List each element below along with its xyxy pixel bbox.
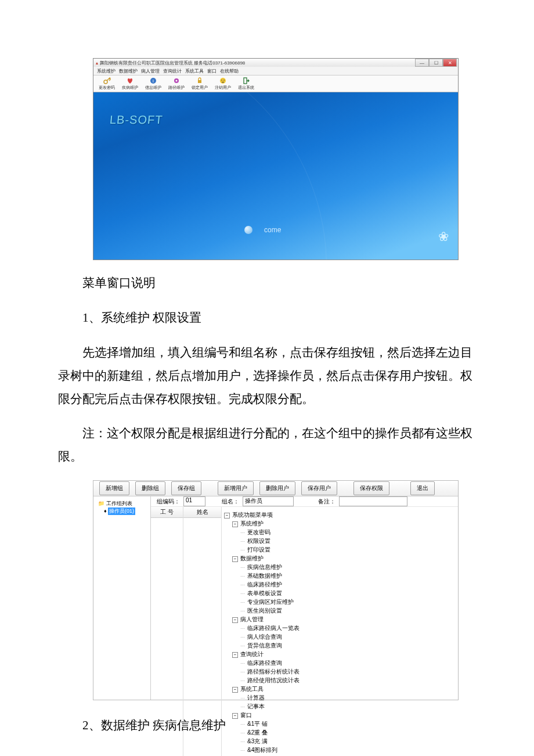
app-screenshot-perm: 新增组 删除组 保存组 新增用户 删除用户 保存用户 保存权限 退出 📁 工作组… — [93, 480, 459, 700]
perm-tree-node[interactable]: &2重 叠 — [224, 728, 456, 737]
heart-icon — [126, 77, 134, 85]
window-minimize-button[interactable]: — — [415, 59, 429, 67]
label-remark: 备注： — [318, 498, 335, 506]
toolbar-info-maint[interactable]: i信息维护 — [143, 77, 163, 91]
tree-item-operator[interactable]: ♦ 操作员(01) — [96, 507, 148, 515]
key-icon — [103, 77, 111, 85]
window-titlebar: ▴ 舞阳钢铁有限责任公司职工医院信息管理系统 服务电话0371-63906898… — [93, 59, 458, 67]
window-close-button[interactable]: ✕ — [443, 59, 457, 67]
menu-item[interactable]: 查询统计 — [163, 68, 182, 74]
perm-tree-node[interactable]: 权限设置 — [224, 537, 456, 545]
group-tree: 📁 工作组列表 ♦ 操作员(01) — [93, 496, 151, 700]
toolbar: 更改密码 疾病维护 i信息维护 路径维护 锁定用户 注销用户 退出系统 — [93, 75, 458, 92]
menubar: 系统维护 数据维护 病人管理 查询统计 系统工具 窗口 在线帮助 — [93, 67, 458, 75]
perm-tree-node[interactable]: 临床路径维护 — [224, 580, 456, 589]
lock-icon — [196, 77, 204, 85]
perm-tree-node[interactable]: 货异信息查询 — [224, 641, 456, 650]
para-note: 注：这个权限分配是根据组进行分配的，在这个组中的操作员都有这些权限。 — [58, 422, 476, 469]
btn-new-group[interactable]: 新增组 — [99, 481, 129, 495]
tree-root[interactable]: 📁 工作组列表 — [96, 500, 148, 507]
menu-item[interactable]: 窗口 — [207, 68, 217, 74]
perm-tree-node[interactable]: 系统工具 — [224, 685, 456, 693]
field-remark[interactable] — [339, 496, 407, 506]
toolbar-lock-user[interactable]: 锁定用户 — [190, 77, 210, 91]
toolbar-logout-user[interactable]: 注销用户 — [213, 77, 233, 91]
btn-save-user[interactable]: 保存用户 — [301, 481, 337, 495]
menu-item[interactable]: 病人管理 — [141, 68, 160, 74]
exit-icon — [242, 77, 250, 85]
svg-point-4 — [176, 80, 178, 82]
app-icon: ▴ — [96, 60, 98, 66]
toolbar-exit[interactable]: 退出系统 — [236, 77, 256, 91]
perm-tree-node[interactable]: 路经使用情况统计表 — [224, 676, 456, 685]
perm-tree-node[interactable]: 病人管理 — [224, 615, 456, 624]
perm-tree-node[interactable]: 窗口 — [224, 711, 456, 719]
smiley-icon — [219, 77, 227, 85]
btn-save-group[interactable]: 保存组 — [171, 481, 201, 495]
perm-tree-node[interactable]: 查询统计 — [224, 650, 456, 658]
logo-text: LB-SOFT — [109, 113, 163, 127]
perm-tree-node[interactable]: 数据维护 — [224, 554, 456, 563]
desktop-area: LB-SOFT come ❀ — [93, 92, 458, 260]
perm-tree-node[interactable]: 医生岗别设置 — [224, 606, 456, 615]
perm-tree-node[interactable]: 临床路径查询 — [224, 658, 456, 667]
label-code: 组编码： — [157, 498, 180, 506]
gear-icon — [172, 77, 181, 85]
btn-del-user[interactable]: 删除用户 — [259, 481, 295, 495]
btn-save-perm[interactable]: 保存权限 — [353, 481, 389, 495]
para-section-1: 1、系统维护 权限设置 — [58, 307, 476, 330]
perm-tree-node[interactable]: &1平 铺 — [224, 719, 456, 728]
label-name: 组名： — [222, 498, 239, 506]
svg-point-8 — [223, 80, 225, 81]
perm-tree-node[interactable]: 表单模板设置 — [224, 589, 456, 597]
info-icon: i — [149, 77, 157, 85]
svg-rect-5 — [198, 80, 201, 83]
app-screenshot-main: ▴ 舞阳钢铁有限责任公司职工医院信息管理系统 服务电话0371-63906898… — [93, 58, 459, 260]
orb-icon — [244, 226, 252, 234]
field-name[interactable]: 操作员 — [243, 496, 294, 506]
perm-tree-node[interactable]: 系统功能菜单项 — [224, 510, 456, 519]
perm-toolbar: 新增组 删除组 保存组 新增用户 删除用户 保存用户 保存权限 退出 — [93, 481, 458, 496]
perm-tree-node[interactable]: 记事本 — [224, 702, 456, 711]
window-title: 舞阳钢铁有限责任公司职工医院信息管理系统 服务电话0371-63906898 — [100, 60, 245, 66]
toolbar-disease-maint[interactable]: 疾病维护 — [120, 77, 140, 91]
menu-item[interactable]: 在线帮助 — [220, 68, 239, 74]
perm-tree-node[interactable]: &3充 满 — [224, 737, 456, 746]
perm-tree-node[interactable]: 更改密码 — [224, 528, 456, 537]
svg-text:i: i — [153, 78, 154, 84]
toolbar-change-password[interactable]: 更改密码 — [97, 77, 117, 91]
toolbar-path-maint[interactable]: 路径维护 — [167, 77, 186, 91]
permission-tree[interactable]: 系统功能菜单项系统维护更改密码权限设置打印设置数据维护疾病信息维护基础数据维护临… — [222, 507, 458, 756]
svg-rect-9 — [244, 78, 247, 84]
perm-tree-node[interactable]: &4图标排列 — [224, 746, 456, 754]
para-menu-desc: 菜单窗口说明 — [58, 272, 476, 295]
perm-tree-node[interactable]: 病人综合查询 — [224, 632, 456, 641]
perm-tree-node[interactable]: 打印设置 — [224, 545, 456, 554]
window-maximize-button[interactable]: ☐ — [429, 59, 443, 67]
menu-item[interactable]: 数据维护 — [119, 68, 138, 74]
btn-exit[interactable]: 退出 — [410, 481, 435, 495]
perm-tree-node[interactable]: 专业病区对应维护 — [224, 597, 456, 606]
perm-tree-node[interactable]: 系统维护 — [224, 519, 456, 528]
svg-point-7 — [221, 80, 222, 81]
perm-tree-node[interactable]: 临床路径病人一览表 — [224, 624, 456, 632]
menu-item[interactable]: 系统维护 — [97, 68, 116, 74]
come-text: come — [244, 226, 281, 234]
perm-tree-node[interactable]: 路径指标分析统计表 — [224, 667, 456, 676]
para-instruction-1: 先选择增加组，填入组编号和组名称，点击保存组按钮，然后选择左边目录树中的新建组，… — [58, 341, 476, 411]
menu-item[interactable]: 系统工具 — [185, 68, 204, 74]
field-code[interactable]: 01 — [183, 496, 205, 506]
group-form: 组编码： 01 组名： 操作员 备注： — [151, 496, 458, 507]
perm-tree-node[interactable]: 基础数据维护 — [224, 571, 456, 580]
perm-tree-node[interactable]: 计算器 — [224, 693, 456, 702]
btn-new-user[interactable]: 新增用户 — [218, 481, 254, 495]
perm-tree-node[interactable]: 疾病信息维护 — [224, 563, 456, 571]
flower-icon: ❀ — [438, 229, 449, 244]
btn-del-group[interactable]: 删除组 — [135, 481, 165, 495]
